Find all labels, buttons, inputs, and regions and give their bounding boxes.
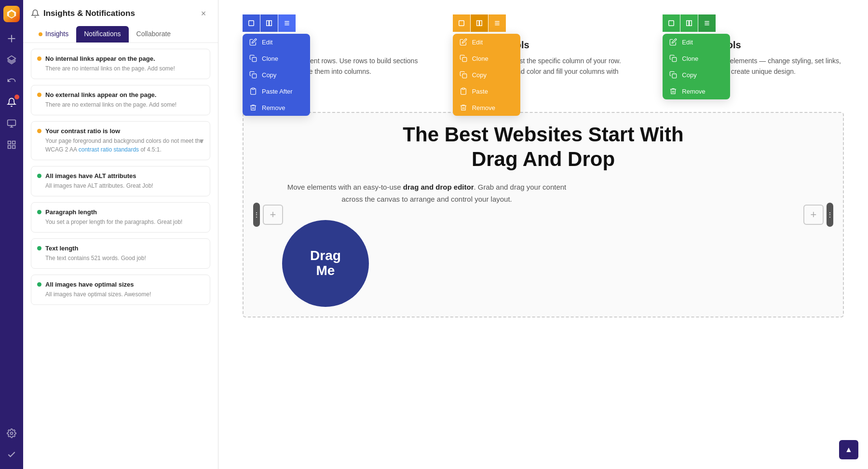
- drag-section: Drag Me: [282, 220, 804, 307]
- tab-notifications[interactable]: Notifications: [76, 26, 128, 42]
- insight-item-no-internal-links: No internal links appear on the page. Th…: [31, 49, 210, 79]
- insight-dot: [37, 129, 41, 133]
- svg-rect-18: [252, 74, 257, 78]
- svg-point-10: [11, 432, 13, 435]
- canvas-content: The Best Websites Start WithDrag And Dro…: [282, 123, 804, 206]
- elem-edit-btn[interactable]: Edit: [663, 34, 730, 50]
- drag-circle-text: Drag Me: [310, 248, 341, 278]
- elem-copy-label: Copy: [682, 71, 696, 79]
- insight-title: Paragraph length: [37, 208, 204, 216]
- svg-rect-29: [669, 21, 674, 26]
- controls-section: Edit Clone Copy Paste After: [243, 14, 844, 88]
- svg-rect-8: [13, 146, 15, 149]
- canvas-title: The Best Websites Start WithDrag And Dro…: [282, 123, 804, 171]
- column-toolbar: Edit Clone Copy Paste: [453, 14, 506, 32]
- element-control-group: Edit Clone Copy Remove Ele: [663, 14, 844, 77]
- insight-desc: All images have optimal sizes. Awesome!: [37, 290, 204, 299]
- insight-dot: [37, 246, 41, 250]
- col-toolbar-columns-btn[interactable]: [471, 14, 488, 32]
- notifications-icon[interactable]: [3, 94, 20, 111]
- row-toolbar-columns-btn[interactable]: [260, 14, 278, 32]
- insight-dot: [37, 56, 41, 61]
- panel-header: Insights & Notifications × Insights Noti…: [23, 0, 218, 43]
- panel-content: No internal links appear on the page. Th…: [23, 43, 218, 469]
- elem-remove-btn[interactable]: Remove: [663, 83, 730, 99]
- row-remove-btn[interactable]: Remove: [243, 99, 310, 116]
- insight-dot: [37, 174, 41, 178]
- svg-rect-6: [8, 141, 11, 144]
- insight-title: All images have ALT attributes: [37, 172, 204, 179]
- col-edit-btn[interactable]: Edit: [453, 34, 520, 50]
- col-copy-btn[interactable]: Copy: [453, 67, 520, 83]
- svg-rect-28: [462, 88, 464, 89]
- insight-desc: The text contains 521 words. Good job!: [37, 254, 204, 262]
- settings-icon[interactable]: [3, 425, 20, 442]
- add-icon[interactable]: [3, 30, 20, 47]
- close-panel-button[interactable]: ×: [197, 7, 210, 20]
- insight-item-text-length: Text length The text contains 521 words.…: [31, 238, 210, 269]
- row-dropdown: Edit Clone Copy Paste After: [243, 34, 310, 116]
- svg-rect-22: [479, 21, 482, 26]
- row-toolbar-list-btn[interactable]: [278, 14, 296, 32]
- element-dropdown: Edit Clone Copy Remove: [663, 34, 730, 99]
- elem-toolbar-columns-btn[interactable]: [680, 14, 698, 32]
- check-icon[interactable]: [3, 446, 20, 463]
- row-control-group: Edit Clone Copy Paste After: [243, 14, 424, 77]
- layers-icon[interactable]: [3, 51, 20, 69]
- insight-desc: There are no internal links on the page.…: [37, 64, 204, 73]
- sidebar: [0, 0, 23, 469]
- ecommerce-icon[interactable]: [3, 136, 20, 153]
- svg-rect-35: [672, 57, 677, 62]
- elem-copy-btn[interactable]: Copy: [663, 67, 730, 83]
- insights-notifications-panel: Insights & Notifications × Insights Noti…: [23, 0, 218, 469]
- col-paste-btn[interactable]: Paste: [453, 83, 520, 99]
- insight-title: No external links appear on the page.: [37, 91, 204, 98]
- contrast-link[interactable]: contrast ratio standards: [79, 146, 139, 153]
- add-col-left-btn[interactable]: +: [263, 205, 283, 225]
- insight-item-image-sizes: All images have optimal sizes All images…: [31, 275, 210, 305]
- elem-toolbar-list-btn[interactable]: [698, 14, 716, 32]
- row-toolbar-square-btn[interactable]: [243, 14, 260, 32]
- svg-rect-7: [13, 141, 15, 144]
- insight-desc: You set a proper length for the paragrap…: [37, 218, 204, 226]
- insight-desc: Your page foreground and background colo…: [37, 137, 204, 154]
- col-clone-btn[interactable]: Clone: [453, 50, 520, 67]
- svg-rect-21: [476, 21, 479, 26]
- row-copy-label: Copy: [262, 71, 276, 79]
- insight-dot: [37, 210, 41, 214]
- canvas-area: + The Best Websites Start WithDrag And D…: [243, 112, 844, 317]
- elem-toolbar-square-btn[interactable]: [663, 14, 680, 32]
- insight-title: All images have optimal sizes: [37, 281, 204, 288]
- drag-circle[interactable]: Drag Me: [282, 220, 369, 307]
- scroll-top-button[interactable]: ▲: [839, 440, 858, 459]
- tab-collaborate[interactable]: Collaborate: [129, 26, 179, 42]
- app-logo[interactable]: [3, 6, 20, 22]
- col-toolbar-list-btn[interactable]: [488, 14, 506, 32]
- svg-rect-17: [252, 57, 257, 62]
- undo-icon[interactable]: [3, 72, 20, 90]
- row-copy-btn[interactable]: Copy: [243, 67, 310, 83]
- svg-rect-31: [690, 21, 692, 26]
- monitor-icon[interactable]: [3, 115, 20, 132]
- col-toolbar-square-btn[interactable]: [453, 14, 470, 32]
- elem-clone-btn[interactable]: Clone: [663, 50, 730, 67]
- expand-arrow[interactable]: ▼: [198, 137, 205, 145]
- row-edit-btn[interactable]: Edit: [243, 34, 310, 50]
- col-drag-left[interactable]: [253, 203, 260, 227]
- panel-title: Insights & Notifications: [43, 9, 135, 18]
- canvas-desc: Move elements with an easy-to-use drag a…: [282, 181, 571, 206]
- row-clone-btn[interactable]: Clone: [243, 50, 310, 67]
- col-copy-label: Copy: [472, 71, 487, 79]
- svg-rect-12: [267, 21, 269, 26]
- col-remove-btn[interactable]: Remove: [453, 99, 520, 116]
- insight-item-alt-attributes: All images have ALT attributes All image…: [31, 166, 210, 196]
- insight-item-contrast-ratio: Your contrast ratio is low Your page for…: [31, 121, 210, 160]
- col-drag-right[interactable]: [827, 203, 833, 227]
- svg-rect-3: [8, 120, 16, 126]
- svg-rect-20: [459, 21, 464, 26]
- row-paste-btn[interactable]: Paste After: [243, 83, 310, 99]
- tab-insights[interactable]: Insights: [31, 26, 76, 42]
- add-col-right-btn[interactable]: +: [803, 205, 824, 225]
- column-dropdown: Edit Clone Copy Paste: [453, 34, 520, 116]
- svg-rect-9: [8, 146, 11, 149]
